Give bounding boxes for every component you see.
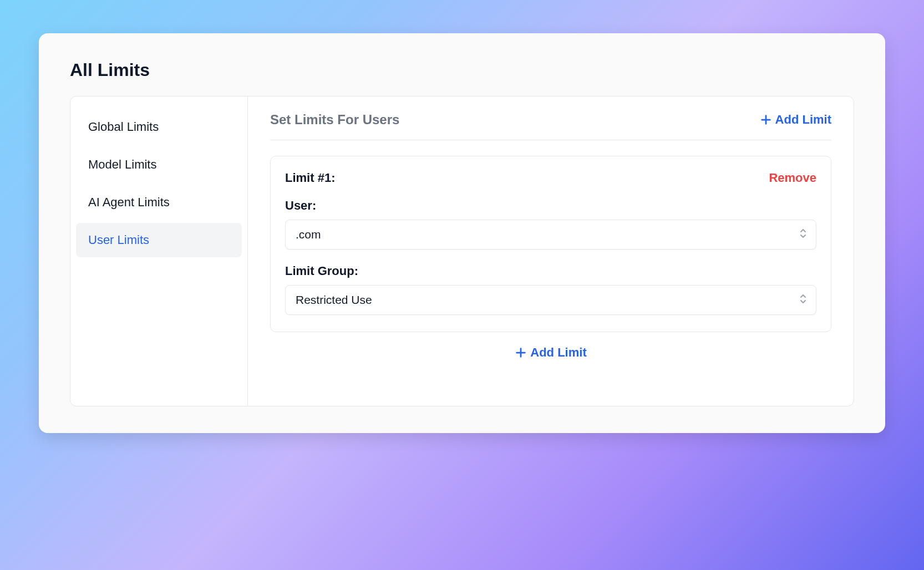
plus-icon	[515, 347, 527, 359]
add-limit-label: Add Limit	[530, 345, 586, 360]
bottom-add-wrapper: Add Limit	[270, 345, 831, 361]
sidebar-item-label: Global Limits	[88, 120, 159, 134]
limit-group-field-label: Limit Group:	[285, 264, 816, 278]
limit-card-header: Limit #1: Remove	[285, 171, 816, 185]
section-title: Set Limits For Users	[270, 112, 399, 128]
limit-card: Limit #1: Remove User: .com Limit Group:…	[270, 156, 831, 332]
sidebar-item-ai-agent-limits[interactable]: AI Agent Limits	[76, 185, 242, 220]
sidebar-item-model-limits[interactable]: Model Limits	[76, 147, 242, 182]
main-header: Set Limits For Users Add Limit	[270, 112, 831, 140]
limit-group-select-wrapper: Restricted Use	[285, 285, 816, 315]
remove-limit-button[interactable]: Remove	[769, 171, 816, 185]
sidebar-item-label: Model Limits	[88, 157, 156, 171]
sidebar-item-label: AI Agent Limits	[88, 195, 170, 209]
sidebar-item-global-limits[interactable]: Global Limits	[76, 110, 242, 144]
limits-sidebar: Global Limits Model Limits AI Agent Limi…	[70, 96, 248, 406]
user-field-label: User:	[285, 199, 816, 213]
user-select[interactable]: .com	[285, 220, 816, 250]
limit-group-select[interactable]: Restricted Use	[285, 285, 816, 315]
add-limit-label: Add Limit	[775, 113, 831, 127]
user-select-wrapper: .com	[285, 220, 816, 250]
plus-icon	[760, 114, 772, 126]
add-limit-button-bottom[interactable]: Add Limit	[515, 345, 586, 360]
sidebar-item-user-limits[interactable]: User Limits	[76, 223, 242, 257]
add-limit-button-top[interactable]: Add Limit	[760, 113, 831, 127]
limits-card: All Limits Global Limits Model Limits AI…	[39, 33, 885, 433]
page-title: All Limits	[70, 60, 854, 80]
limit-title: Limit #1:	[285, 171, 335, 185]
limits-panel: Global Limits Model Limits AI Agent Limi…	[70, 96, 854, 406]
sidebar-item-label: User Limits	[88, 233, 149, 247]
main-content: Set Limits For Users Add Limit Limit #1:…	[248, 96, 854, 406]
